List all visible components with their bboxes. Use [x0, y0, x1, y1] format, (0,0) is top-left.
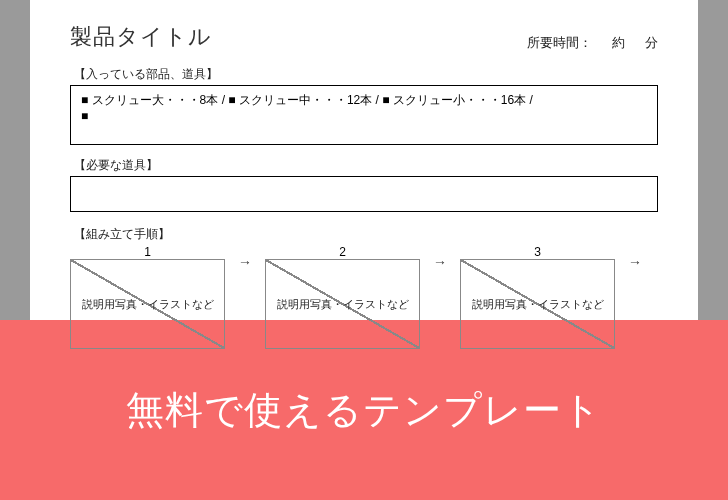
bullet-icon: ■ [382, 93, 389, 107]
steps-grid: 1 説明用写真・イラストなど → 2 説明用写真・イラストなど → 3 説明用写… [70, 245, 658, 349]
step-number: 1 [70, 245, 225, 259]
time-approx: 約 [612, 34, 625, 52]
parts-box: ■ スクリュー大・・・8本 / ■ スクリュー中・・・12本 / ■ スクリュー… [70, 85, 658, 145]
time-required: 所要時間： 約 分 [527, 34, 658, 52]
part-item: スクリュー中・・・12本 [239, 93, 372, 107]
parts-label: 【入っている部品、道具】 [74, 66, 658, 83]
part-item: スクリュー大・・・8本 [92, 93, 219, 107]
part-item: スクリュー小・・・16本 [393, 93, 526, 107]
tools-label: 【必要な道具】 [74, 157, 658, 174]
parts-line: ■ スクリュー大・・・8本 / ■ スクリュー中・・・12本 / ■ スクリュー… [81, 93, 533, 107]
step-3: 3 説明用写真・イラストなど [460, 245, 615, 349]
title-row: 製品タイトル 所要時間： 約 分 [70, 22, 658, 52]
document-page: 製品タイトル 所要時間： 約 分 【入っている部品、道具】 ■ スクリュー大・・… [30, 0, 698, 320]
arrow-icon: → [225, 254, 265, 340]
step-1: 1 説明用写真・イラストなど [70, 245, 225, 349]
product-title: 製品タイトル [70, 22, 212, 52]
step-card: 説明用写真・イラストなど [265, 259, 420, 349]
step-2: 2 説明用写真・イラストなど [265, 245, 420, 349]
document-frame: 製品タイトル 所要時間： 約 分 【入っている部品、道具】 ■ スクリュー大・・… [0, 0, 728, 320]
arrow-icon: → [420, 254, 460, 340]
step-number: 3 [460, 245, 615, 259]
bullet-icon: ■ [81, 93, 88, 107]
arrow-icon: → [615, 254, 655, 340]
step-card: 説明用写真・イラストなど [460, 259, 615, 349]
time-label: 所要時間： [527, 34, 592, 52]
step-card: 説明用写真・イラストなど [70, 259, 225, 349]
bullet-icon: ■ [81, 109, 88, 123]
tools-box [70, 176, 658, 212]
time-unit: 分 [645, 34, 658, 52]
banner-text: 無料で使えるテンプレート [126, 385, 602, 436]
step-placeholder: 説明用写真・イラストなど [76, 297, 220, 312]
divider: / [530, 93, 533, 107]
steps-label: 【組み立て手順】 [74, 226, 658, 243]
step-placeholder: 説明用写真・イラストなど [271, 297, 415, 312]
bullet-icon: ■ [228, 93, 235, 107]
step-number: 2 [265, 245, 420, 259]
step-placeholder: 説明用写真・イラストなど [466, 297, 610, 312]
